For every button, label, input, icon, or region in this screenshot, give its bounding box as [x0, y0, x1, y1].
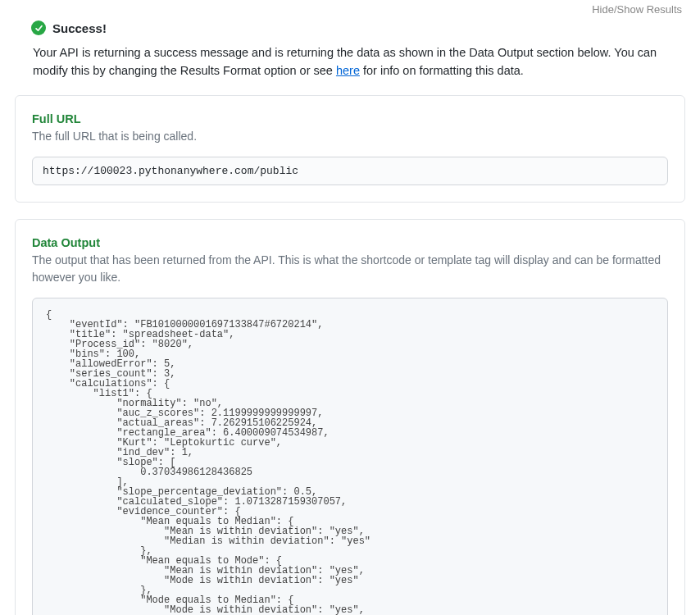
- success-check-icon: [31, 20, 46, 35]
- data-output-title: Data Output: [32, 236, 668, 249]
- success-title: Success!: [52, 21, 107, 35]
- full-url-title: Full URL: [32, 112, 668, 125]
- data-output-body[interactable]: { "eventId": "FB1010000001697133847#6720…: [32, 298, 668, 615]
- success-banner: Success!: [31, 20, 685, 35]
- full-url-value[interactable]: https://100023.pythonanywhere.com/public: [32, 157, 668, 185]
- success-message: Your API is returning a success message …: [33, 43, 669, 80]
- success-here-link[interactable]: here: [336, 64, 360, 77]
- success-msg-after: for info on formatting this data.: [360, 64, 524, 77]
- full-url-desc: The full URL that is being called.: [32, 128, 668, 145]
- data-output-card: Data Output The output that has been ret…: [15, 219, 685, 615]
- hide-show-results-link[interactable]: Hide/Show Results: [0, 0, 700, 16]
- data-output-desc: The output that has been returned from t…: [32, 252, 668, 286]
- full-url-card: Full URL The full URL that is being call…: [15, 95, 685, 203]
